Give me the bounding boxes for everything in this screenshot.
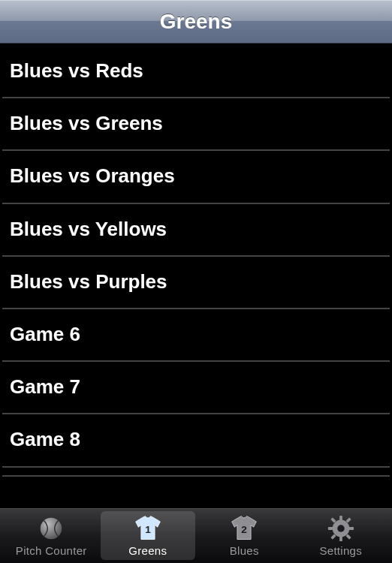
navigation-bar: Greens bbox=[0, 0, 392, 44]
list-item-label: Game 6 bbox=[10, 323, 80, 345]
list-item-partial bbox=[2, 468, 390, 477]
list-item-label: Blues vs Reds bbox=[10, 59, 143, 82]
list-item-label: Blues vs Greens bbox=[10, 112, 163, 134]
jersey-number: 1 bbox=[145, 524, 151, 535]
list-item[interactable]: Blues vs Oranges bbox=[2, 151, 390, 203]
tab-label: Greens bbox=[128, 544, 167, 557]
list-item-label: Game 8 bbox=[10, 428, 80, 450]
svg-rect-3 bbox=[339, 536, 342, 542]
svg-point-0 bbox=[41, 518, 62, 540]
gear-icon bbox=[326, 514, 356, 543]
tab-greens[interactable]: 1 Greens bbox=[101, 511, 196, 560]
list-item-label: Game 7 bbox=[10, 375, 80, 398]
svg-rect-4 bbox=[328, 527, 334, 530]
list-item[interactable]: Blues vs Yellows bbox=[2, 204, 390, 257]
baseball-icon bbox=[36, 514, 66, 543]
tab-bar: Pitch Counter 1 Greens 2 Blues bbox=[0, 507, 392, 563]
list-item[interactable]: Blues vs Reds bbox=[2, 46, 390, 98]
tab-settings[interactable]: Settings bbox=[294, 511, 389, 560]
jersey-icon: 1 bbox=[133, 514, 163, 543]
games-list: Blues vs Reds Blues vs Greens Blues vs O… bbox=[0, 44, 392, 507]
jersey-icon: 2 bbox=[229, 514, 259, 543]
list-item-label: Blues vs Purples bbox=[10, 270, 167, 293]
tab-pitch-counter[interactable]: Pitch Counter bbox=[4, 511, 99, 560]
svg-point-10 bbox=[337, 525, 345, 532]
svg-rect-5 bbox=[348, 527, 354, 530]
list-item-label: Blues vs Yellows bbox=[10, 218, 167, 240]
list-item[interactable]: Game 7 bbox=[2, 362, 390, 414]
tab-label: Pitch Counter bbox=[16, 544, 87, 557]
list-item-label: Blues vs Oranges bbox=[10, 164, 175, 187]
tab-label: Settings bbox=[319, 544, 362, 557]
tab-label: Blues bbox=[230, 544, 259, 557]
list-item[interactable]: Game 8 bbox=[2, 414, 390, 467]
svg-rect-2 bbox=[339, 516, 342, 522]
list-item[interactable]: Blues vs Purples bbox=[2, 257, 390, 309]
jersey-number: 2 bbox=[241, 524, 247, 535]
tab-blues[interactable]: 2 Blues bbox=[197, 511, 292, 560]
list-item[interactable]: Game 6 bbox=[2, 309, 390, 362]
list-item[interactable]: Blues vs Greens bbox=[2, 98, 390, 151]
page-title: Greens bbox=[160, 10, 233, 34]
